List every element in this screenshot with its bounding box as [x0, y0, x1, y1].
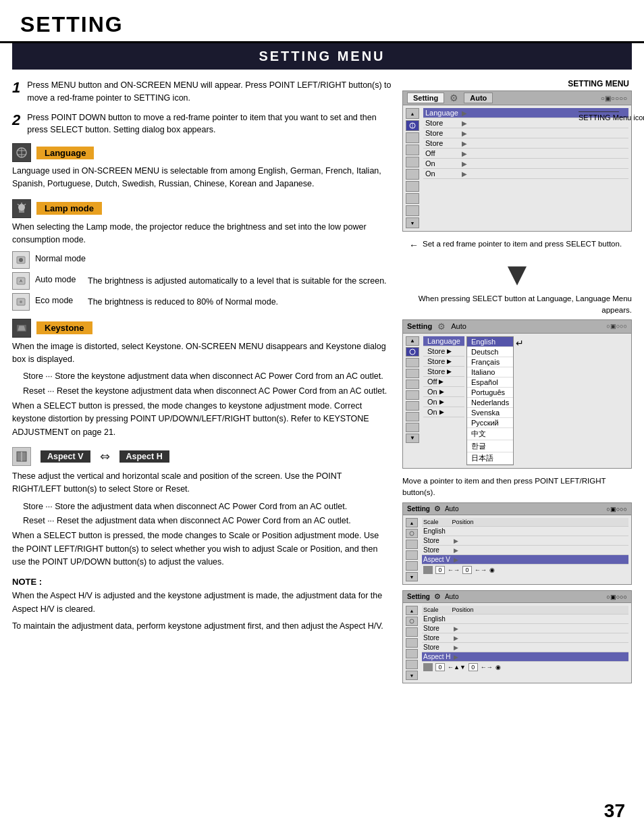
language-list-container: English Deutsch Français Italiano Españo… — [466, 336, 628, 465]
lang-panel-gear-icon: ⚙ — [437, 321, 446, 332]
aspect-text2: When a SELECT button is pressed, the mod… — [12, 529, 392, 569]
svg-point-20 — [410, 531, 414, 536]
main-content: 1 Press MENU button and ON-SCREEN MENU w… — [0, 70, 644, 689]
aspect-h-gear-icon: ⚙ — [434, 592, 441, 601]
lang-item-portugues: Português — [467, 388, 513, 398]
big-down-arrow: ▼ — [402, 258, 632, 290]
keystone-header: Keystone — [12, 319, 392, 338]
aspect-h-scale-box-icon — [423, 663, 433, 671]
aspect-reset: Reset ··· Reset the adjustment data when… — [12, 515, 392, 527]
scale-value: 0 — [435, 566, 445, 574]
aspect-h-scale-position-header: Scale Position — [422, 606, 628, 615]
note-text1: When the Aspect H/V is adjusted and the … — [12, 590, 392, 616]
panel-tab-setting: Setting — [407, 93, 444, 103]
aspect-h-position-header: Position — [452, 606, 474, 613]
keystone-section: Keystone When the image is distorted, se… — [12, 319, 392, 439]
aspect-arrow-icon: ⇔ — [100, 449, 110, 464]
lang-panel-sidebar: ▲ ▼ — [406, 336, 421, 465]
callout-arrow-icon: ← — [409, 238, 419, 253]
aspect-h-setting-tab: Setting — [407, 593, 430, 600]
lang-menu-panel: Setting ⚙ Auto ○▣○○○ ▲ — [402, 319, 632, 469]
menu-row-on1: On ▶ — [423, 159, 628, 169]
aspect-h-label: Aspect H — [119, 450, 169, 463]
lang-menu-row-on2: On ▶ — [423, 397, 464, 407]
lang-main-area: Language Store ▶ Store ▶ Store ▶ Off ▶ O… — [423, 336, 628, 465]
lang-panel-topbar: Setting ⚙ Auto ○▣○○○ — [403, 320, 631, 334]
lang-list-with-arrow: English Deutsch Français Italiano Españo… — [466, 336, 628, 465]
lang-menu-row-store3: Store ▶ — [423, 367, 464, 377]
lang-menu-row-store1: Store ▶ — [423, 346, 464, 357]
aspect-v-sb-up: ▲ — [406, 518, 418, 527]
lang-item-chinese: 中文 — [467, 428, 513, 440]
lamp-mode-header: Lamp mode — [12, 199, 392, 218]
keystone-text2: When a SELECT button is pressed, the mod… — [12, 400, 392, 439]
position-header: Position — [452, 519, 474, 525]
aspect-h-sb-3 — [406, 638, 418, 648]
page-title: SETTING — [20, 12, 124, 36]
lang-sidebar-item3 — [406, 369, 419, 378]
aspect-h-highlighted-row: Aspect H ▶ — [422, 652, 628, 662]
normal-mode-label: Normal mode — [35, 251, 86, 263]
setting-menu-right-label: SETTING MENU — [402, 79, 632, 88]
lang-sidebar-item7 — [406, 412, 419, 421]
svg-point-19 — [410, 349, 415, 355]
lang-item-nederlands: Nederlands — [467, 398, 513, 408]
aspect-v-sb-3 — [406, 550, 418, 560]
lang-item-francais: Français — [467, 357, 513, 367]
panel-topbar: Setting ⚙ Auto ○▣○○○○ — [403, 91, 631, 105]
section-title-bar: SETTING MENU — [12, 43, 632, 70]
step-2-number: 2 — [12, 111, 20, 129]
lang-menu-row-on3: On ▶ — [423, 407, 464, 417]
keystone-label: Keystone — [36, 321, 92, 334]
aspect-h-controls: ○▣○○○ — [606, 594, 627, 600]
callout-setting-menu-icon: SETTING Menu icon — [579, 111, 644, 122]
scale-position-header: Scale Position — [422, 518, 628, 527]
lang-item-japanese: 日本語 — [467, 452, 513, 465]
language-text: Language used in ON-SCREEN MENU is selec… — [12, 165, 392, 191]
callout1-text: Set a red frame pointer to item and pres… — [423, 238, 622, 250]
note-section: NOTE : When the Aspect H/V is adjusted a… — [12, 577, 392, 633]
aspect-store: Store ··· Store the adjustment data when… — [12, 500, 392, 513]
aspect-h-scale-value: 0 — [435, 663, 445, 671]
lang-panel-body: ▲ ▼ Language — [403, 334, 631, 468]
eco-mode-label: Eco mode — [35, 293, 82, 305]
svg-line-6 — [18, 204, 19, 205]
aspect-h-position-arrows: ←→ — [481, 664, 493, 671]
sidebar-item-7 — [406, 193, 419, 204]
step-1-text: Press MENU button and ON-SCREEN MENU wil… — [27, 79, 392, 105]
lang-item-svenska: Svenska — [467, 408, 513, 418]
auto-mode-desc: The brightness is adjusted automatically… — [88, 272, 387, 287]
step-1: 1 Press MENU button and ON-SCREEN MENU w… — [12, 79, 392, 105]
sidebar-item-6 — [406, 181, 419, 192]
lang-sidebar-item1 — [406, 347, 419, 357]
aspect-h-scale-arrows: ←▲▼ — [448, 664, 466, 671]
language-label: Language — [36, 147, 94, 159]
aspect-v-sb-down: ▼ — [406, 572, 418, 581]
language-icon — [12, 143, 31, 162]
aspect-h-sb-up: ▲ — [406, 606, 418, 615]
svg-text:A: A — [20, 279, 22, 283]
aspect-v-gear-icon: ⚙ — [434, 504, 441, 513]
aspect-section: Aspect V ⇔ Aspect H These adjust the ver… — [12, 447, 392, 569]
menu-row-on2: On ▶ — [423, 169, 628, 179]
callout-when-select: When pressing SELECT button at Language,… — [402, 293, 632, 317]
note-text2: To maintain the adjustment data, perform… — [12, 620, 392, 633]
lang-panel-controls: ○▣○○○ — [606, 323, 627, 330]
panel-controls: ○▣○○○○ — [601, 95, 627, 102]
step-2: 2 Press POINT DOWN button to move a red-… — [12, 111, 392, 137]
aspect-h-panel-body: ▲ ▼ Scale Position — [403, 603, 631, 683]
svg-marker-14 — [18, 325, 26, 331]
sidebar-item-3 — [406, 145, 419, 155]
eco-mode-row: Eco mode The brightness is reduced to 80… — [12, 293, 392, 311]
aspect-header-row: Aspect V ⇔ Aspect H — [12, 447, 392, 466]
aspect-v-panel-top: Setting ⚙ Auto ○▣○○○ — [403, 503, 631, 515]
select-icon: ◉ — [489, 567, 495, 573]
aspect-v-sb-1 — [406, 529, 418, 538]
aspect-h-select-icon: ◉ — [495, 664, 501, 671]
panel-tab-auto: Auto — [464, 93, 493, 103]
aspect-h-main: Scale Position English Store ▶ Store ▶ — [422, 606, 628, 680]
right-column: SETTING MENU Setting ⚙ Auto ○▣○○○○ ▲ — [402, 70, 632, 689]
scale-box-icon — [423, 566, 433, 574]
sidebar-down-arrow: ▼ — [406, 217, 419, 228]
lang-item-russian: Русский — [467, 418, 513, 428]
